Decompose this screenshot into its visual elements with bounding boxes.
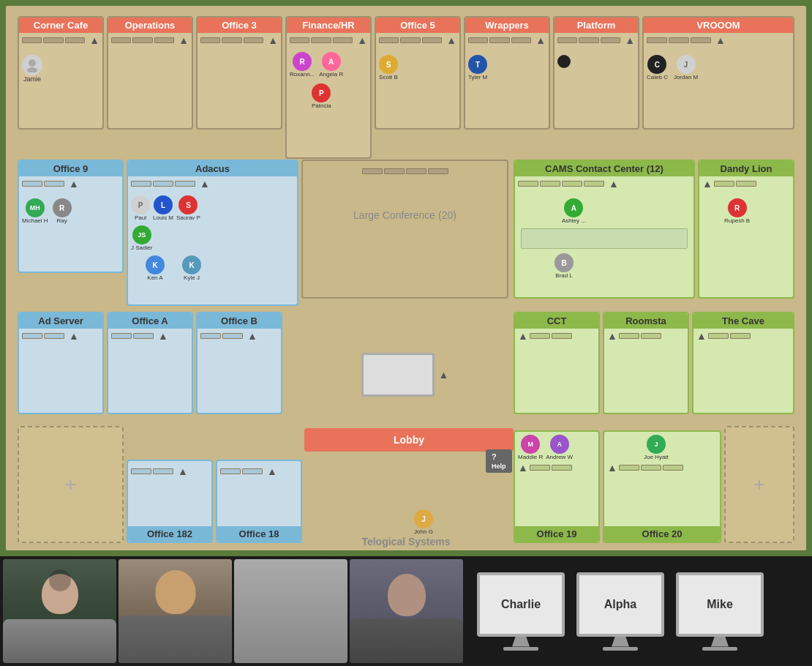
office-floor: Telogical Systems Corner Cafe ▲ Jamie (0, 0, 812, 556)
room-office182[interactable]: ▲ Office 182 (127, 460, 213, 543)
video-tile-2 (119, 559, 232, 663)
room-office-a[interactable]: Office A ▲ (107, 312, 193, 414)
video-tile-3 (234, 559, 347, 663)
monitor-mike-label: Mike (707, 598, 733, 611)
video-strip: Charlie Alpha Mike (0, 556, 812, 666)
room-dandy-lion[interactable]: Dandy Lion ▲ R Rupesh B (698, 160, 794, 299)
help-button[interactable]: ?Help (486, 449, 512, 473)
person-john-g: J John G (414, 509, 433, 535)
room-office18[interactable]: ▲ Office 18 (216, 460, 302, 543)
monitor-alpha[interactable]: Alpha (576, 572, 664, 651)
room-office-b[interactable]: Office B ▲ (196, 312, 282, 414)
room-office9[interactable]: Office 9 ▲ MH Michael H R Ray (18, 160, 124, 273)
monitor-charlie[interactable]: Charlie (477, 572, 565, 651)
room-ad-server[interactable]: Ad Server ▲ (18, 312, 104, 414)
empty-area-left[interactable]: + (18, 426, 124, 543)
room-office3[interactable]: Office 3 ▲ (196, 16, 282, 130)
video-tile-1 (3, 559, 116, 663)
monitor-mike[interactable]: Mike (676, 572, 764, 651)
room-cct[interactable]: CCT ▲ (514, 312, 600, 414)
lobby-label: Lobby (304, 428, 514, 452)
room-vrooom[interactable]: VROOOM ▲ C Caleb C J Jordan M (642, 16, 794, 130)
room-roomsta[interactable]: Roomsta ▲ (603, 312, 689, 414)
empty-area-right[interactable]: + (724, 426, 794, 543)
room-office19[interactable]: M Maddie R A Andrew W ▲ Office 19 (514, 430, 600, 543)
room-office20[interactable]: J Joe Hyatt ▲ Office 20 (603, 430, 721, 543)
room-large-conf[interactable]: Large Conference (20) (301, 160, 508, 299)
monitor-charlie-label: Charlie (501, 598, 541, 611)
svg-point-1 (27, 67, 37, 72)
room-finance-hr[interactable]: Finance/HR ▲ R Roxann... A Angela R (285, 16, 372, 159)
room-platform[interactable]: Platform ▲ (553, 16, 639, 130)
monitor-alpha-label: Alpha (604, 598, 636, 611)
video-tile-4 (350, 559, 463, 663)
room-operations[interactable]: Operations ▲ (107, 16, 193, 130)
room-wrappers[interactable]: Wrappers ▲ T Tyler M (464, 16, 550, 130)
presentation-area: ▲ (301, 350, 508, 414)
room-corner-cafe[interactable]: Corner Cafe ▲ Jamie (18, 16, 104, 130)
room-office5[interactable]: Office 5 ▲ S Scott B (375, 16, 461, 130)
svg-point-0 (29, 59, 36, 67)
room-cams[interactable]: CAMS Contact Center (12) ▲ A Ashley ... … (514, 160, 695, 299)
room-adacus[interactable]: Adacus ▲ P Paul L Louis M S (127, 160, 298, 306)
company-label: Telogical Systems (361, 536, 450, 547)
room-the-cave[interactable]: The Cave ▲ (692, 312, 794, 414)
